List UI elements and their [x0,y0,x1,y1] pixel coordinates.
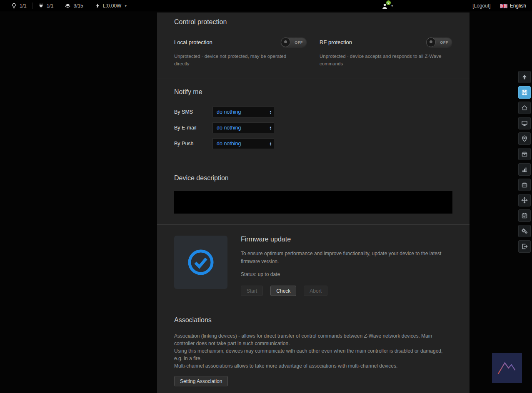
rooms-button[interactable] [518,148,531,160]
firmware-status-icon-box [174,236,227,289]
rf-protection-toggle[interactable]: OFF [426,37,452,47]
home-button[interactable] [518,102,531,114]
move-icon [521,197,528,204]
section-title: Notify me [174,88,452,96]
firmware-start-button[interactable]: Start [241,286,263,296]
peak-logo-icon [494,355,520,381]
notification-badge: 0 [386,0,391,5]
select-arrows-icon: ▴ ▾ [270,126,271,130]
user-menu[interactable]: 0 ▾ [380,2,393,10]
toolbox-button[interactable] [518,179,531,191]
sms-label: By SMS [174,109,212,115]
email-label: By E-mail [174,125,212,131]
move-button[interactable] [518,194,531,206]
firmware-status: Status: up to date [241,271,452,277]
save-button[interactable] [518,86,531,99]
check-circle-icon [187,248,215,276]
select-value: do nothing [217,109,270,115]
language-selector[interactable]: English [500,3,526,9]
exit-icon [521,243,528,250]
devices-count: 3/15 [73,3,83,9]
lightning-icon [95,3,100,9]
firmware-abort-button[interactable]: Abort [304,286,327,296]
toggle-state-label: OFF [436,40,452,45]
section-title: Firmware update [241,236,452,243]
right-toolbar [517,71,532,253]
plug-icon [38,3,44,9]
exit-button[interactable] [518,240,531,253]
schedule-button[interactable] [518,209,531,222]
device-description-input[interactable] [174,191,452,214]
section-title: Device description [174,174,452,182]
email-notify-select[interactable]: do nothing ▴ ▾ [212,122,274,133]
control-protection-section: Control protection Local protection OFF … [157,12,470,79]
select-arrows-icon: ▴ ▾ [270,110,271,114]
local-protection-description: Unprotected - device not protected, may … [174,53,288,68]
select-value: do nothing [217,125,270,131]
outlets-status[interactable]: 1/1 [32,2,60,9]
associations-paragraph: Association (linking devices) - allows f… [174,332,451,347]
energy-value: L:0.00W [103,3,122,9]
home-icon [521,104,528,111]
notify-row-email: By E-mail do nothing ▴ ▾ [174,122,452,133]
outlets-count: 1/1 [47,3,54,9]
lights-status[interactable]: 1/1 [0,2,32,9]
local-protection-label: Local protection [174,39,212,45]
chevron-down-icon: ▾ [391,4,393,8]
notify-me-section: Notify me By SMS do nothing ▴ ▾ By E-mai… [157,79,470,165]
devices-status[interactable]: 3/15 [59,2,89,9]
display-button[interactable] [518,117,531,129]
scroll-top-button[interactable] [518,71,531,83]
push-label: By Push [174,141,212,147]
settings-button[interactable] [518,225,531,237]
arrow-up-icon [521,74,528,80]
device-settings-panel: Control protection Local protection OFF … [157,12,470,393]
device-description-section: Device description [157,165,470,224]
box-icon [521,151,528,157]
notify-row-sms: By SMS do nothing ▴ ▾ [174,107,452,117]
brand-logo[interactable] [492,353,522,383]
uk-flag-icon [500,4,507,8]
calendar-check-icon [521,212,528,219]
firmware-check-button[interactable]: Check [270,286,296,296]
associations-paragraph: Multi-channel associations allows to tak… [174,362,451,370]
statistics-button[interactable] [518,163,531,176]
layers-icon [65,3,71,9]
notify-row-push: By Push do nothing ▴ ▾ [174,138,452,149]
bulb-icon [11,3,17,9]
rf-protection-label: RF protection [320,39,352,45]
select-value: do nothing [217,141,270,147]
toggle-state-label: OFF [290,40,307,45]
language-label: English [510,3,526,9]
logout-link[interactable]: [Logout] [472,3,490,9]
rf-protection-description: Unprotected - device accepts and respond… [320,53,445,68]
associations-paragraph: Using this mechanism, devices may commun… [174,347,451,362]
associations-section: Associations Association (linking device… [157,307,470,393]
energy-status[interactable]: L:0.00W ▾ [89,2,132,9]
push-notify-select[interactable]: do nothing ▴ ▾ [212,138,274,149]
lights-count: 1/1 [20,3,27,9]
local-protection-toggle[interactable]: OFF [280,37,307,47]
topbar: 1/1 1/1 3/15 L:0.00W ▾ 0 ▾ [0,0,532,12]
gears-icon [521,228,528,234]
chart-icon [521,166,528,173]
setting-association-button[interactable]: Setting Association [174,376,228,386]
select-arrows-icon: ▴ ▾ [270,142,271,146]
pin-icon [521,135,528,142]
save-icon [521,89,528,96]
section-title: Associations [174,316,452,324]
section-title: Control protection [174,18,452,26]
firmware-description: To ensure optimum performance and improv… [241,250,452,266]
display-icon [521,120,528,127]
toggle-knob [281,37,290,47]
location-button[interactable] [518,132,531,145]
firmware-update-section: Firmware update To ensure optimum perfor… [157,224,470,307]
toggle-knob [426,37,436,47]
case-icon [521,182,528,188]
chevron-down-icon: ▾ [125,4,127,8]
sms-notify-select[interactable]: do nothing ▴ ▾ [212,107,274,117]
